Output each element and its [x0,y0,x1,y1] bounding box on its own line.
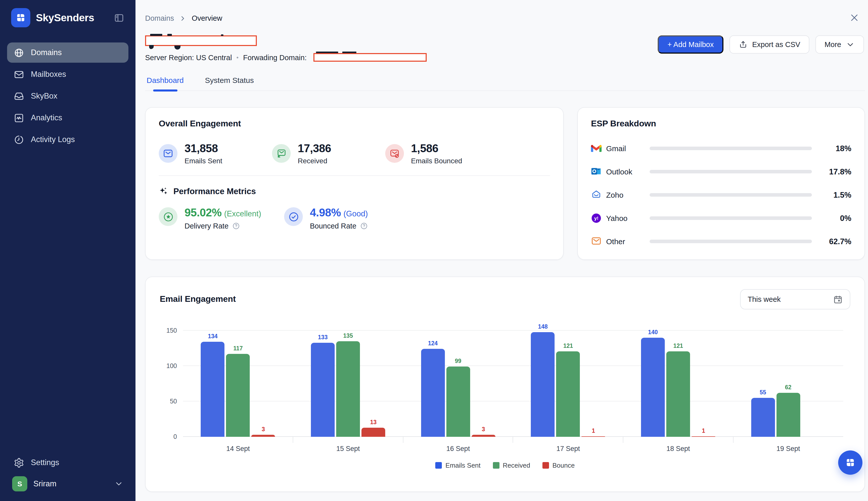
sidebar-item-mailboxes[interactable]: Mailboxes [7,64,128,84]
card-divider [159,175,550,176]
legend-swatch [435,462,442,469]
esp-progress-yahoo [650,216,812,220]
gmail-icon [591,143,602,154]
help-icon[interactable] [360,222,368,230]
sidebar: SkySenders Domains Mailboxes SkyBox Anal… [0,0,136,501]
chart-bar: 148 [531,332,555,437]
tab-dashboard[interactable]: Dashboard [146,73,185,90]
metrics-row: 95.02%(Excellent) Delivery Rate 4.98%(Go… [159,206,550,230]
date-range-value: This week [748,295,781,303]
chart-bar: 3 [471,435,495,437]
sidebar-item-domains[interactable]: Domains [7,42,128,63]
sidebar-item-label: SkyBox [31,92,57,100]
forwarding-domain-label: Forwading Domain: [243,53,307,62]
esp-row-outlook: Outlook 17.8% [591,166,851,177]
x-label: 18 Sept [623,445,733,452]
overall-engagement-title: Overall Engagement [159,119,550,129]
stat-label: Emails Bounced [411,157,462,165]
x-label: 16 Sept [403,445,513,452]
metric-value: 4.98% [310,206,341,219]
stat-label: Emails Sent [184,157,222,165]
esp-pct: 1.5% [820,190,851,200]
skysenders-fab-button[interactable] [838,450,862,475]
chart-pulse-icon [14,113,24,123]
chevron-right-icon [179,14,186,22]
y-tick-label: 0 [173,433,177,440]
chart-bar: 135 [336,341,360,437]
sidebar-item-analytics[interactable]: Analytics [7,108,128,128]
logo-row: SkySenders [7,0,128,32]
chart-bar: 1 [692,436,715,437]
sidebar-item-skybox[interactable]: SkyBox [7,86,128,106]
esp-breakdown-title: ESP Breakdown [591,119,851,129]
esp-pct: 62.7% [820,237,851,246]
x-label: 14 Sept [183,445,293,452]
chart-bar: 134 [201,342,225,437]
chart-bar: 140 [641,338,665,437]
esp-row-yahoo: y! Yahoo 0% [591,213,851,223]
date-range-select[interactable]: This week [740,289,850,309]
domain-info: Server Region: US Central • Forwading Do… [145,35,426,62]
add-mailbox-button[interactable]: + Add Mailbox [658,35,724,54]
close-icon[interactable] [849,12,861,24]
stat-value: 17,386 [298,142,331,155]
meta-separator: • [236,54,238,61]
metric-label-row: Delivery Rate [184,222,261,230]
inbox-icon [14,91,24,102]
zoho-icon [591,190,602,200]
app-title: SkySenders [36,12,108,24]
metric-label-row: Bounced Rate [310,222,368,230]
bar-groups: 1341173 13313513 124993 1481211 1401211 … [183,331,843,437]
chevron-down-icon [846,40,855,49]
main-content: Domains Overview Server Region: US Centr… [136,0,868,501]
esp-name: Other [606,237,650,246]
breadcrumb-domains[interactable]: Domains [145,14,174,22]
esp-pct: 18% [820,144,851,153]
stat-label: Received [298,157,331,165]
bar-chart-plot: 150 100 50 0 1341173 13313513 124993 148… [183,331,843,437]
header-row: Domains Overview [145,12,865,24]
chart-bar: 121 [556,351,580,437]
esp-breakdown-card: ESP Breakdown Gmail 18% Outlook 17.8% [577,107,865,260]
domain-header: Server Region: US Central • Forwading Do… [145,35,865,62]
bar-group-14-sept: 1341173 [183,331,293,437]
more-button[interactable]: More [815,35,864,54]
y-tick-label: 50 [170,398,177,405]
star-circle-icon [159,207,178,226]
sidebar-nav: Domains Mailboxes SkyBox Analytics Activ… [7,42,128,150]
sidebar-item-activity-logs[interactable]: Activity Logs [7,129,128,150]
chart-bar: 1 [582,436,606,437]
metric-value: 95.02% [184,206,222,219]
tab-system-status[interactable]: System Status [204,73,255,90]
esp-name: Zoho [606,191,650,199]
esp-progress-gmail [650,147,812,150]
esp-row-other: Other 62.7% [591,236,851,247]
esp-progress-other [650,239,812,243]
export-csv-button[interactable]: Export as CSV [729,35,810,54]
help-icon[interactable] [232,222,240,230]
chart-bar: 99 [446,367,470,437]
esp-pct: 0% [820,214,851,223]
gear-icon [14,457,24,468]
chart-legend: Emails Sent Received Bounce [160,461,850,469]
stat-value: 31,858 [184,142,222,155]
chart-bar: 117 [226,354,250,437]
more-label: More [825,41,841,49]
panel-collapse-icon[interactable] [114,12,124,23]
sidebar-item-settings[interactable]: Settings [7,452,128,473]
esp-progress-outlook [650,170,812,173]
esp-row-zoho: Zoho 1.5% [591,190,851,200]
bar-group-18-sept: 1401211 [623,331,733,437]
metric-label: Delivery Rate [184,222,228,230]
domain-meta: Server Region: US Central • Forwading Do… [145,53,426,62]
esp-progress-zoho [650,193,812,197]
user-menu[interactable]: S Sriram [7,473,128,495]
performance-header: Performance Metrics [159,186,550,196]
metric-label: Bounced Rate [310,222,356,230]
clock-icon [14,134,24,145]
chart-bar: 13 [362,428,385,437]
other-mail-icon [591,236,602,247]
esp-name: Yahoo [606,214,650,222]
export-csv-label: Export as CSV [752,41,800,49]
x-label: 15 Sept [293,445,403,452]
